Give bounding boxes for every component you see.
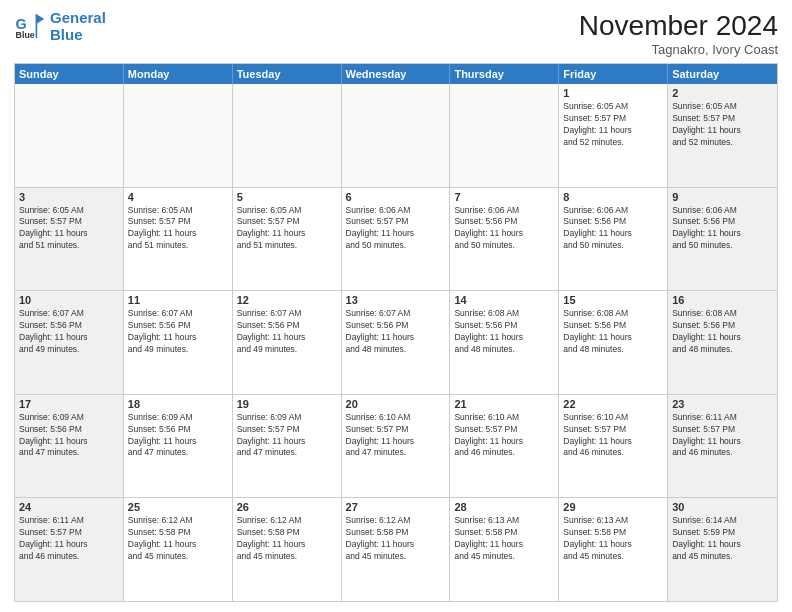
- title-block: November 2024 Tagnakro, Ivory Coast: [579, 10, 778, 57]
- day-number: 27: [346, 501, 446, 513]
- day-cell-28: 28Sunrise: 6:13 AM Sunset: 5:58 PM Dayli…: [450, 498, 559, 601]
- day-number: 23: [672, 398, 773, 410]
- logo: G Blue General Blue: [14, 10, 106, 43]
- day-cell-9: 9Sunrise: 6:06 AM Sunset: 5:56 PM Daylig…: [668, 188, 777, 291]
- day-info: Sunrise: 6:08 AM Sunset: 5:56 PM Dayligh…: [563, 308, 663, 356]
- day-info: Sunrise: 6:05 AM Sunset: 5:57 PM Dayligh…: [672, 101, 773, 149]
- day-cell-19: 19Sunrise: 6:09 AM Sunset: 5:57 PM Dayli…: [233, 395, 342, 498]
- day-info: Sunrise: 6:05 AM Sunset: 5:57 PM Dayligh…: [19, 205, 119, 253]
- day-info: Sunrise: 6:06 AM Sunset: 5:56 PM Dayligh…: [563, 205, 663, 253]
- day-number: 15: [563, 294, 663, 306]
- empty-cell-0-4: [450, 84, 559, 187]
- day-info: Sunrise: 6:12 AM Sunset: 5:58 PM Dayligh…: [128, 515, 228, 563]
- day-number: 13: [346, 294, 446, 306]
- day-cell-10: 10Sunrise: 6:07 AM Sunset: 5:56 PM Dayli…: [15, 291, 124, 394]
- day-number: 16: [672, 294, 773, 306]
- day-cell-16: 16Sunrise: 6:08 AM Sunset: 5:56 PM Dayli…: [668, 291, 777, 394]
- day-cell-4: 4Sunrise: 6:05 AM Sunset: 5:57 PM Daylig…: [124, 188, 233, 291]
- header: G Blue General Blue November 2024 Tagnak…: [14, 10, 778, 57]
- day-info: Sunrise: 6:08 AM Sunset: 5:56 PM Dayligh…: [672, 308, 773, 356]
- day-info: Sunrise: 6:07 AM Sunset: 5:56 PM Dayligh…: [128, 308, 228, 356]
- empty-cell-0-3: [342, 84, 451, 187]
- svg-rect-3: [36, 14, 38, 38]
- day-number: 17: [19, 398, 119, 410]
- weekday-header-wednesday: Wednesday: [342, 64, 451, 84]
- calendar-header: SundayMondayTuesdayWednesdayThursdayFrid…: [15, 64, 777, 84]
- day-number: 3: [19, 191, 119, 203]
- day-cell-15: 15Sunrise: 6:08 AM Sunset: 5:56 PM Dayli…: [559, 291, 668, 394]
- day-cell-25: 25Sunrise: 6:12 AM Sunset: 5:58 PM Dayli…: [124, 498, 233, 601]
- calendar-body: 1Sunrise: 6:05 AM Sunset: 5:57 PM Daylig…: [15, 84, 777, 601]
- weekday-header-saturday: Saturday: [668, 64, 777, 84]
- day-cell-1: 1Sunrise: 6:05 AM Sunset: 5:57 PM Daylig…: [559, 84, 668, 187]
- day-info: Sunrise: 6:13 AM Sunset: 5:58 PM Dayligh…: [563, 515, 663, 563]
- day-number: 30: [672, 501, 773, 513]
- day-number: 19: [237, 398, 337, 410]
- day-info: Sunrise: 6:05 AM Sunset: 5:57 PM Dayligh…: [563, 101, 663, 149]
- empty-cell-0-0: [15, 84, 124, 187]
- day-number: 1: [563, 87, 663, 99]
- day-cell-6: 6Sunrise: 6:06 AM Sunset: 5:57 PM Daylig…: [342, 188, 451, 291]
- logo-icon: G Blue: [14, 11, 46, 43]
- day-info: Sunrise: 6:10 AM Sunset: 5:57 PM Dayligh…: [454, 412, 554, 460]
- day-info: Sunrise: 6:13 AM Sunset: 5:58 PM Dayligh…: [454, 515, 554, 563]
- month-title: November 2024: [579, 10, 778, 42]
- day-info: Sunrise: 6:06 AM Sunset: 5:56 PM Dayligh…: [672, 205, 773, 253]
- day-number: 2: [672, 87, 773, 99]
- day-number: 21: [454, 398, 554, 410]
- day-number: 8: [563, 191, 663, 203]
- empty-cell-0-2: [233, 84, 342, 187]
- logo-line2: Blue: [50, 26, 83, 43]
- day-cell-22: 22Sunrise: 6:10 AM Sunset: 5:57 PM Dayli…: [559, 395, 668, 498]
- day-cell-29: 29Sunrise: 6:13 AM Sunset: 5:58 PM Dayli…: [559, 498, 668, 601]
- svg-text:Blue: Blue: [16, 30, 35, 40]
- day-cell-23: 23Sunrise: 6:11 AM Sunset: 5:57 PM Dayli…: [668, 395, 777, 498]
- day-cell-14: 14Sunrise: 6:08 AM Sunset: 5:56 PM Dayli…: [450, 291, 559, 394]
- day-info: Sunrise: 6:05 AM Sunset: 5:57 PM Dayligh…: [237, 205, 337, 253]
- day-number: 11: [128, 294, 228, 306]
- day-info: Sunrise: 6:09 AM Sunset: 5:57 PM Dayligh…: [237, 412, 337, 460]
- day-cell-24: 24Sunrise: 6:11 AM Sunset: 5:57 PM Dayli…: [15, 498, 124, 601]
- logo-line1: General: [50, 9, 106, 26]
- weekday-header-tuesday: Tuesday: [233, 64, 342, 84]
- day-info: Sunrise: 6:06 AM Sunset: 5:56 PM Dayligh…: [454, 205, 554, 253]
- day-number: 6: [346, 191, 446, 203]
- day-cell-3: 3Sunrise: 6:05 AM Sunset: 5:57 PM Daylig…: [15, 188, 124, 291]
- day-number: 29: [563, 501, 663, 513]
- day-number: 5: [237, 191, 337, 203]
- day-number: 24: [19, 501, 119, 513]
- day-info: Sunrise: 6:12 AM Sunset: 5:58 PM Dayligh…: [346, 515, 446, 563]
- day-cell-17: 17Sunrise: 6:09 AM Sunset: 5:56 PM Dayli…: [15, 395, 124, 498]
- day-number: 9: [672, 191, 773, 203]
- day-info: Sunrise: 6:10 AM Sunset: 5:57 PM Dayligh…: [563, 412, 663, 460]
- calendar-row-4: 24Sunrise: 6:11 AM Sunset: 5:57 PM Dayli…: [15, 497, 777, 601]
- day-number: 4: [128, 191, 228, 203]
- day-info: Sunrise: 6:11 AM Sunset: 5:57 PM Dayligh…: [19, 515, 119, 563]
- empty-cell-0-1: [124, 84, 233, 187]
- location: Tagnakro, Ivory Coast: [579, 42, 778, 57]
- day-number: 10: [19, 294, 119, 306]
- calendar-row-2: 10Sunrise: 6:07 AM Sunset: 5:56 PM Dayli…: [15, 290, 777, 394]
- day-info: Sunrise: 6:07 AM Sunset: 5:56 PM Dayligh…: [346, 308, 446, 356]
- weekday-header-friday: Friday: [559, 64, 668, 84]
- day-info: Sunrise: 6:08 AM Sunset: 5:56 PM Dayligh…: [454, 308, 554, 356]
- day-info: Sunrise: 6:12 AM Sunset: 5:58 PM Dayligh…: [237, 515, 337, 563]
- calendar-row-1: 3Sunrise: 6:05 AM Sunset: 5:57 PM Daylig…: [15, 187, 777, 291]
- svg-text:G: G: [16, 15, 27, 31]
- day-info: Sunrise: 6:10 AM Sunset: 5:57 PM Dayligh…: [346, 412, 446, 460]
- day-info: Sunrise: 6:07 AM Sunset: 5:56 PM Dayligh…: [19, 308, 119, 356]
- day-cell-8: 8Sunrise: 6:06 AM Sunset: 5:56 PM Daylig…: [559, 188, 668, 291]
- calendar-row-3: 17Sunrise: 6:09 AM Sunset: 5:56 PM Dayli…: [15, 394, 777, 498]
- day-cell-18: 18Sunrise: 6:09 AM Sunset: 5:56 PM Dayli…: [124, 395, 233, 498]
- calendar-row-0: 1Sunrise: 6:05 AM Sunset: 5:57 PM Daylig…: [15, 84, 777, 187]
- day-number: 25: [128, 501, 228, 513]
- day-info: Sunrise: 6:05 AM Sunset: 5:57 PM Dayligh…: [128, 205, 228, 253]
- day-number: 7: [454, 191, 554, 203]
- calendar: SundayMondayTuesdayWednesdayThursdayFrid…: [14, 63, 778, 602]
- day-cell-13: 13Sunrise: 6:07 AM Sunset: 5:56 PM Dayli…: [342, 291, 451, 394]
- day-cell-26: 26Sunrise: 6:12 AM Sunset: 5:58 PM Dayli…: [233, 498, 342, 601]
- day-info: Sunrise: 6:11 AM Sunset: 5:57 PM Dayligh…: [672, 412, 773, 460]
- page: G Blue General Blue November 2024 Tagnak…: [0, 0, 792, 612]
- day-number: 14: [454, 294, 554, 306]
- day-cell-27: 27Sunrise: 6:12 AM Sunset: 5:58 PM Dayli…: [342, 498, 451, 601]
